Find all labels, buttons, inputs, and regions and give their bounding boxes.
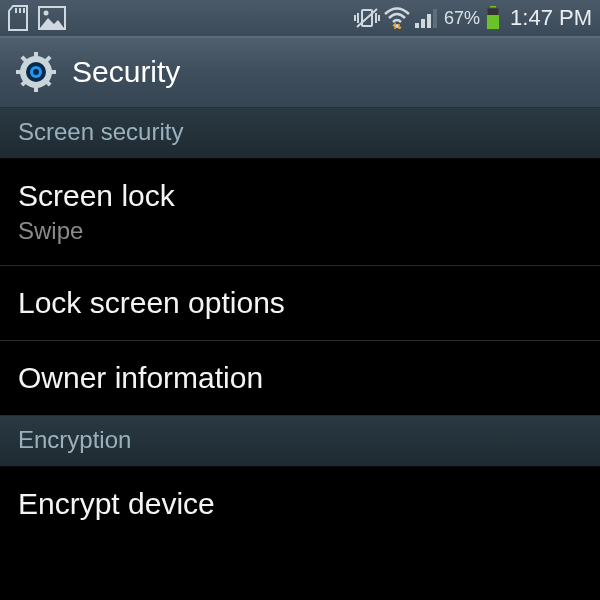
svg-line-6 xyxy=(357,9,377,27)
svg-rect-1 xyxy=(19,8,21,13)
status-right: 67% 1:47 PM xyxy=(354,5,592,31)
svg-point-26 xyxy=(33,69,39,75)
svg-rect-18 xyxy=(16,70,24,74)
item-title: Encrypt device xyxy=(18,487,582,521)
svg-rect-19 xyxy=(48,70,56,74)
item-owner-information[interactable]: Owner information xyxy=(0,341,600,416)
wifi-icon xyxy=(384,7,410,29)
svg-rect-8 xyxy=(415,23,419,28)
svg-point-4 xyxy=(44,11,49,16)
svg-rect-0 xyxy=(15,8,17,13)
item-title: Lock screen options xyxy=(18,286,582,320)
signal-icon xyxy=(414,7,438,29)
item-title: Screen lock xyxy=(18,179,582,213)
status-left xyxy=(8,5,354,31)
svg-rect-16 xyxy=(34,52,38,60)
item-lock-screen-options[interactable]: Lock screen options xyxy=(0,266,600,341)
svg-rect-11 xyxy=(433,9,437,28)
section-header-encryption: Encryption xyxy=(0,416,600,467)
item-screen-lock[interactable]: Screen lock Swipe xyxy=(0,159,600,266)
battery-icon xyxy=(486,6,500,30)
page-title: Security xyxy=(72,55,180,89)
status-bar: 67% 1:47 PM xyxy=(0,0,600,36)
svg-rect-9 xyxy=(421,19,425,28)
item-subtitle: Swipe xyxy=(18,217,582,245)
battery-percent: 67% xyxy=(444,8,480,29)
gallery-icon xyxy=(38,6,66,30)
title-bar: Security xyxy=(0,36,600,108)
svg-rect-2 xyxy=(23,8,25,13)
svg-rect-17 xyxy=(34,84,38,92)
item-title: Owner information xyxy=(18,361,582,395)
status-clock: 1:47 PM xyxy=(510,5,592,31)
gear-icon xyxy=(16,52,56,92)
vibrate-icon xyxy=(354,7,380,29)
svg-rect-10 xyxy=(427,14,431,28)
section-header-screen-security: Screen security xyxy=(0,108,600,159)
item-encrypt-device[interactable]: Encrypt device xyxy=(0,467,600,531)
sd-card-icon xyxy=(8,5,32,31)
svg-rect-14 xyxy=(487,15,499,29)
